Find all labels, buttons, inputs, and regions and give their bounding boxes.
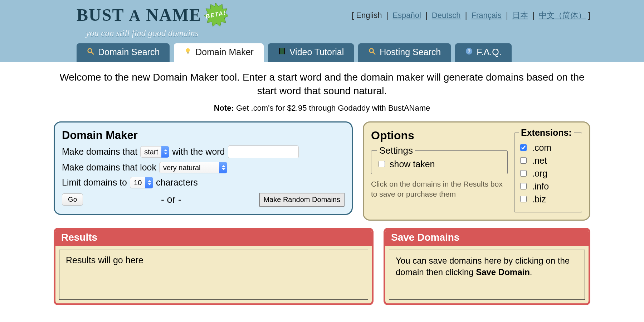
save-heading: Save Domains (385, 230, 589, 246)
lang-link-fr[interactable]: Français (471, 11, 501, 20)
tab-label: Domain Maker (195, 47, 254, 57)
lang-bracket-open: [ (352, 11, 356, 20)
help-icon: ? (465, 47, 473, 57)
extensions-legend: Extensions: (519, 128, 574, 138)
tab-domain-search[interactable]: Domain Search (77, 43, 170, 62)
intro-text: Welcome to the new Domain Maker tool. En… (54, 71, 590, 98)
search-icon (87, 47, 94, 57)
show-taken-label: show taken (390, 159, 435, 169)
show-taken-row[interactable]: show taken (377, 159, 502, 169)
options-panel: Options Settings show taken Click on the… (363, 121, 590, 221)
svg-point-4 (186, 48, 190, 52)
ext-com-checkbox[interactable] (520, 144, 527, 151)
ext-org[interactable]: .org (519, 168, 577, 179)
options-hint: Click on the domains in the Results box … (371, 179, 508, 200)
domain-maker-panel: Domain Maker Make domains that start wit… (54, 121, 353, 215)
tab-label: Domain Search (98, 47, 160, 57)
film-icon (278, 47, 286, 57)
tab-label: Hosting Search (380, 47, 441, 57)
ext-info[interactable]: .info (519, 181, 577, 192)
lang-current: English (356, 11, 382, 20)
maker-heading: Domain Maker (62, 129, 345, 142)
note-text: Note: Get .com's for $2.95 through Godad… (54, 104, 590, 113)
nav-tabs: Domain Search Domain Maker Video Tutoria… (54, 43, 590, 62)
tab-label: F.A.Q. (477, 47, 501, 57)
svg-line-10 (373, 52, 375, 54)
ext-com[interactable]: .com (519, 143, 577, 153)
tab-hosting-search[interactable]: Hosting Search (358, 43, 451, 62)
save-domains-card: Save Domains You can save domains here b… (384, 228, 590, 305)
logo-tagline: you can still find good domains (77, 28, 590, 38)
or-separator: - or - (161, 194, 181, 205)
results-heading: Results (55, 230, 372, 246)
position-select[interactable]: start (140, 146, 169, 158)
ext-net-checkbox[interactable] (520, 157, 527, 164)
ext-net[interactable]: .net (519, 155, 577, 166)
naturalness-select[interactable]: very natural (159, 162, 227, 173)
save-body: You can save domains here by clicking on… (389, 250, 585, 300)
ext-info-checkbox[interactable] (520, 183, 527, 189)
svg-rect-6 (279, 48, 284, 54)
settings-fieldset: Settings show taken (371, 145, 508, 174)
tab-label: Video Tutorial (289, 47, 344, 57)
go-button[interactable]: Go (62, 193, 83, 206)
lang-bracket-close: ] (588, 11, 590, 20)
settings-legend: Settings (377, 145, 415, 156)
word-input[interactable] (228, 145, 299, 158)
ext-biz-checkbox[interactable] (520, 196, 527, 202)
lang-link-es[interactable]: Español (392, 11, 421, 20)
svg-rect-5 (187, 52, 189, 54)
lang-link-zh[interactable]: 中文（简体） (539, 11, 586, 20)
show-taken-checkbox[interactable] (379, 161, 385, 167)
options-heading: Options (371, 129, 508, 142)
results-card: Results Results will go here (54, 228, 374, 305)
length-select[interactable]: 10 (130, 177, 153, 188)
results-body: Results will go here (59, 250, 368, 300)
header: [ English | Español | Deutsch | Français… (0, 0, 644, 62)
svg-line-3 (92, 52, 94, 54)
lang-link-de[interactable]: Deutsch (432, 11, 461, 20)
tab-domain-maker[interactable]: Domain Maker (174, 43, 264, 62)
tab-faq[interactable]: ? F.A.Q. (455, 43, 511, 62)
extensions-fieldset: Extensions: .com .net .org .info .biz (514, 128, 582, 212)
ext-org-checkbox[interactable] (520, 170, 527, 177)
search-icon (368, 47, 376, 57)
lang-link-jp[interactable]: 日本 (512, 11, 528, 20)
beta-badge-icon: BETA! (204, 2, 228, 30)
svg-rect-8 (284, 48, 285, 54)
svg-text:?: ? (468, 49, 470, 54)
ext-biz[interactable]: .biz (519, 194, 577, 205)
bulb-icon (184, 47, 192, 57)
language-bar: [ English | Español | Deutsch | Français… (352, 10, 590, 21)
svg-rect-7 (279, 48, 280, 54)
tab-video-tutorial[interactable]: Video Tutorial (268, 43, 354, 62)
make-random-button[interactable]: Make Random Domains (259, 193, 345, 207)
